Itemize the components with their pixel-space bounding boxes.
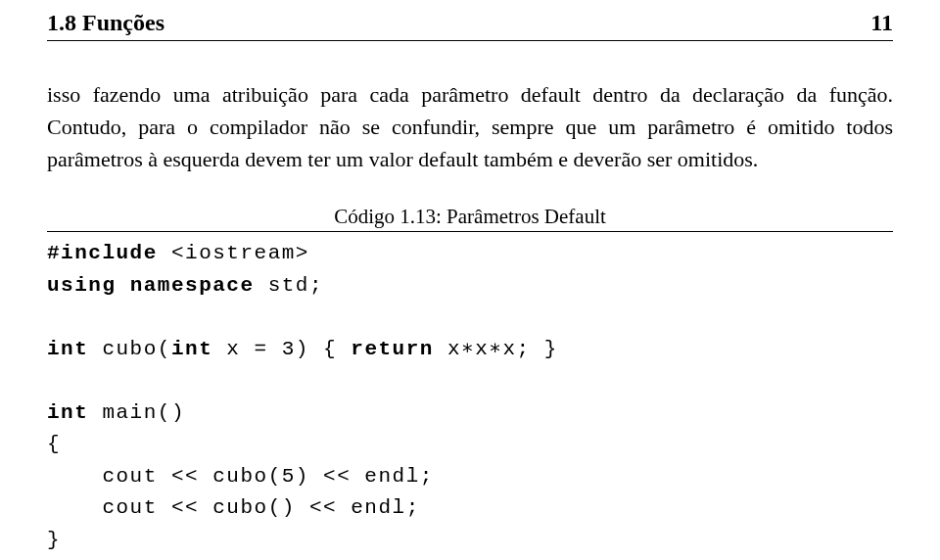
page-number: 11 [870, 10, 893, 36]
header-underline [47, 40, 893, 41]
code-text: cout << cubo() << endl; [47, 496, 420, 519]
code-keyword: using [47, 274, 117, 297]
code-text: { [47, 433, 61, 455]
code-text: cubo( [88, 338, 171, 360]
code-text: x = 3) { [212, 338, 351, 360]
code-caption-rule [47, 231, 893, 232]
code-keyword: int [47, 338, 88, 360]
code-text: std; [255, 274, 324, 297]
code-text: cout << cubo(5) << endl; [47, 465, 434, 488]
code-text: x∗x∗x; } [434, 338, 558, 360]
section-title: 1.8 Funções [47, 10, 164, 36]
code-keyword: namespace [130, 274, 255, 297]
code-keyword: #include [47, 242, 158, 264]
code-listing: #include <iostream> using namespace std;… [47, 238, 893, 556]
body-paragraph: isso fazendo uma atribuição para cada pa… [47, 78, 893, 175]
code-caption: Código 1.13: Parâmetros Default [47, 205, 893, 229]
page-root: 1.8 Funções 11 isso fazendo uma atribuiç… [0, 0, 940, 556]
running-header: 1.8 Funções 11 [47, 10, 893, 36]
code-keyword: return [351, 338, 434, 360]
code-keyword: int [171, 338, 212, 360]
code-text [117, 274, 130, 297]
code-text: } [47, 529, 61, 551]
code-text: main() [88, 401, 185, 424]
code-keyword: int [47, 401, 88, 424]
code-text: <iostream> [158, 242, 309, 264]
